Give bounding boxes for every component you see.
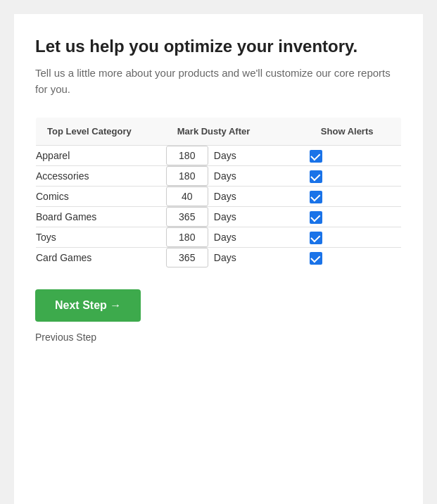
previous-step-link[interactable]: Previous Step xyxy=(35,332,402,343)
table-row: ComicsDays xyxy=(36,187,402,207)
alerts-cell-toys xyxy=(310,227,402,248)
page-title: Let us help you optimize your inventory. xyxy=(35,35,402,57)
category-cell-comics: Comics xyxy=(36,187,166,207)
alerts-checkbox-board-games[interactable] xyxy=(310,211,322,224)
dusty-cell-comics: Days xyxy=(166,187,310,207)
table-row: ToysDays xyxy=(36,227,402,248)
dusty-cell-apparel: Days xyxy=(166,146,310,166)
alerts-checkbox-comics[interactable] xyxy=(310,191,322,203)
alerts-cell-board-games xyxy=(310,207,402,227)
next-step-button[interactable]: Next Step → xyxy=(35,289,141,322)
col-header-alerts: Show Alerts xyxy=(310,118,402,146)
days-label-toys: Days xyxy=(214,232,236,243)
alerts-cell-accessories xyxy=(310,166,402,187)
days-label-comics: Days xyxy=(214,191,236,202)
alerts-checkbox-apparel[interactable] xyxy=(310,150,322,163)
days-input-comics[interactable] xyxy=(166,187,208,206)
days-label-board-games: Days xyxy=(214,211,236,222)
table-row: Card GamesDays xyxy=(36,248,402,268)
days-label-apparel: Days xyxy=(214,150,236,161)
page-container: Let us help you optimize your inventory.… xyxy=(14,14,423,504)
category-cell-apparel: Apparel xyxy=(36,146,166,166)
days-input-accessories[interactable] xyxy=(166,166,208,186)
days-input-card-games[interactable] xyxy=(166,248,208,267)
dusty-cell-board-games: Days xyxy=(166,207,310,227)
dusty-cell-card-games: Days xyxy=(166,248,310,268)
alerts-cell-card-games xyxy=(310,248,402,268)
col-header-category: Top Level Category xyxy=(36,118,166,146)
category-cell-toys: Toys xyxy=(36,227,166,248)
alerts-cell-apparel xyxy=(310,146,402,166)
days-label-card-games: Days xyxy=(214,252,236,263)
days-input-toys[interactable] xyxy=(166,227,208,247)
table-row: AccessoriesDays xyxy=(36,166,402,187)
category-cell-accessories: Accessories xyxy=(36,166,166,187)
inventory-table: Top Level Category Mark Dusty After Show… xyxy=(35,117,402,268)
dusty-cell-accessories: Days xyxy=(166,166,310,187)
category-cell-board-games: Board Games xyxy=(36,207,166,227)
days-input-apparel[interactable] xyxy=(166,146,208,165)
table-row: Board GamesDays xyxy=(36,207,402,227)
category-cell-card-games: Card Games xyxy=(36,248,166,268)
alerts-checkbox-card-games[interactable] xyxy=(310,252,322,265)
alerts-cell-comics xyxy=(310,187,402,207)
col-header-dusty: Mark Dusty After xyxy=(166,118,310,146)
next-step-label: Next Step → xyxy=(55,299,121,312)
days-label-accessories: Days xyxy=(214,170,236,182)
table-row: ApparelDays xyxy=(36,146,402,166)
days-input-board-games[interactable] xyxy=(166,207,208,227)
alerts-checkbox-accessories[interactable] xyxy=(310,170,322,183)
alerts-checkbox-toys[interactable] xyxy=(310,232,322,244)
dusty-cell-toys: Days xyxy=(166,227,310,248)
page-subtitle: Tell us a little more about your product… xyxy=(35,65,402,97)
